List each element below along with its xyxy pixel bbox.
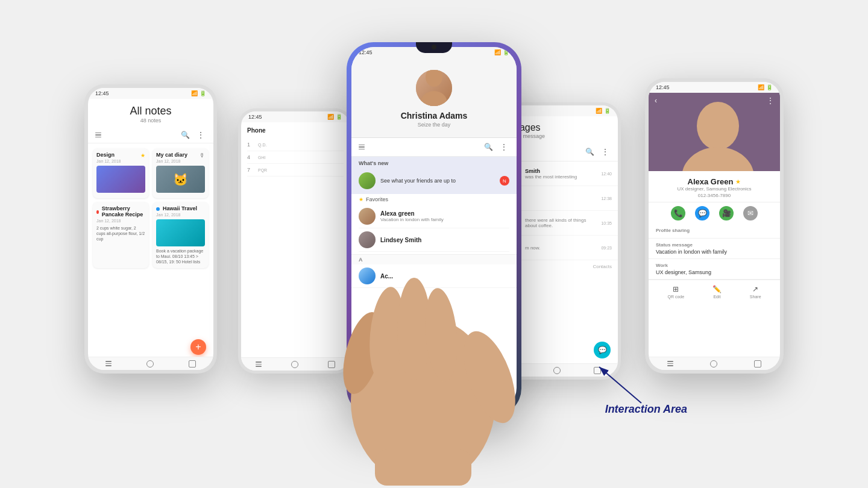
nav-menu-icon-center[interactable]: [376, 402, 382, 407]
contact-detail-info: Alexa Green ★ UX designer, Samsung Elect…: [649, 171, 780, 202]
nav-home-icon-dialer[interactable]: [291, 361, 298, 368]
center-fab-button[interactable]: +: [490, 375, 508, 393]
share-icon: ↗: [752, 285, 758, 293]
lindsey-info: Lindsey Smith: [380, 237, 509, 243]
whats-new-section: What's new See what your friends are up …: [351, 157, 517, 194]
search-icon-messages[interactable]: 🔍: [584, 146, 595, 157]
alexa-subtitle: Vacation in london with family: [380, 217, 509, 222]
alexa-name: Alexa green: [380, 210, 509, 217]
status-bar-dialer: 12:45 📶 🔋: [241, 111, 350, 122]
contact-row-ac[interactable]: Ac...: [351, 264, 517, 288]
contact-detail-header: ‹ ⋮: [649, 93, 780, 171]
whats-new-item[interactable]: See what your friends are up to N: [359, 170, 509, 192]
whats-new-avatar: [359, 172, 376, 189]
favorites-title: ★ Favorites: [359, 196, 509, 202]
message-time-smith: 12:40: [601, 172, 612, 176]
contact-detail-toolbar: ‹ ⋮: [649, 96, 780, 105]
status-message-label: Status message: [656, 242, 773, 248]
nav-menu-icon[interactable]: [105, 361, 112, 366]
note-img-design: [96, 166, 145, 193]
speed-dial-item-4[interactable]: 4 GHI: [247, 151, 344, 164]
nav-home-icon-msg[interactable]: [553, 367, 561, 374]
message-button[interactable]: 💬: [695, 206, 709, 221]
note-date-cat: Jan 12, 2018: [156, 159, 205, 163]
nav-back-icon-center[interactable]: [485, 401, 492, 408]
nav-back-icon-detail[interactable]: [754, 360, 761, 368]
lindsey-avatar: [359, 231, 376, 248]
share-button[interactable]: ↗ Share: [750, 285, 761, 299]
message-text-3: there were all kinds of things about cof…: [525, 217, 596, 228]
note-title-hawaii: Hawaii Travel: [163, 205, 197, 211]
note-card-pancake[interactable]: Strawberry Pancake Recipe Jan 12, 2018 2…: [93, 202, 149, 268]
more-icon-center[interactable]: ⋮: [498, 142, 509, 152]
center-screen: 12:45 📶 🔋 Christina Adams Sei: [351, 47, 517, 411]
message-chat-btn[interactable]: 💬: [594, 342, 611, 358]
nav-back-icon-dialer[interactable]: [328, 361, 335, 368]
note-date-hawaii: Jan 12, 2018: [156, 213, 205, 217]
edit-button[interactable]: ✏️ Edit: [712, 285, 722, 299]
time-dialer: 12:45: [248, 114, 262, 120]
nav-home-icon-detail[interactable]: [710, 360, 717, 368]
signal-icons-notes: 📶 🔋: [191, 90, 206, 96]
menu-icon-center[interactable]: [359, 145, 365, 150]
note-title-pancake: Strawberry Pancake Recipe: [102, 205, 145, 217]
contact-row-lindsey[interactable]: Lindsey Smith: [359, 228, 509, 252]
phone-contact-detail: 12:45 📶 🔋 ‹ ⋮: [645, 78, 784, 374]
scene: 12:45 📶 🔋 All notes 48 notes 🔍 ⋮: [0, 0, 868, 488]
more-icon-notes[interactable]: ⋮: [195, 130, 206, 140]
contact-row-alexa[interactable]: Alexa green Vacation in london with fami…: [359, 205, 509, 228]
section-letter-a: A: [351, 255, 517, 264]
phone-center: 12:45 📶 🔋 Christina Adams Sei: [347, 42, 521, 416]
nav-menu-icon-dialer[interactable]: [256, 361, 262, 367]
message-time-2: 12:38: [601, 196, 612, 201]
profile-sharing-section: Profile sharing: [649, 224, 780, 239]
bottom-nav-dialer: [241, 357, 350, 371]
speed-dial-item-7[interactable]: 7 PQR: [247, 164, 344, 177]
more-icon-messages[interactable]: ⋮: [600, 146, 611, 157]
search-icon-center[interactable]: 🔍: [483, 142, 494, 152]
note-text-pancake: 2 cups white sugar, 2 cups all-purpose f…: [96, 225, 145, 242]
note-date-design: Jan 12, 2018: [96, 159, 145, 163]
signal-icons-dialer: 📶 🔋: [327, 114, 342, 120]
note-img-cat: 🐱: [156, 166, 205, 193]
time-center: 12:45: [359, 49, 373, 55]
dot-blue-icon: [156, 207, 160, 211]
video-button[interactable]: 🎥: [719, 206, 734, 221]
bottom-actions: ⊞ QR code ✏️ Edit ↗ Share: [649, 280, 780, 304]
nav-home-icon-center[interactable]: [430, 401, 437, 408]
message-info-3: there were all kinds of things about cof…: [525, 217, 596, 228]
notes-title: All notes: [95, 105, 206, 117]
notes-grid: Design ★ Jan 12, 2018 My cat diary 🎙: [88, 143, 213, 273]
nav-home-icon[interactable]: [146, 360, 154, 368]
note-card-hawaii[interactable]: Hawaii Travel Jan 12, 2018 Book a vacati…: [153, 202, 209, 268]
back-button[interactable]: ‹: [655, 96, 657, 105]
signal-icons-center: 📶 🔋: [494, 49, 509, 55]
notch: [416, 42, 452, 53]
whats-new-text: See what your friends are up to: [380, 178, 495, 184]
more-button-detail[interactable]: ⋮: [767, 96, 774, 105]
search-icon-notes[interactable]: 🔍: [180, 130, 190, 140]
mail-button[interactable]: ✉: [743, 206, 758, 221]
ac-name: Ac...: [380, 273, 509, 280]
nav-back-icon[interactable]: [189, 360, 196, 368]
signal-icons-messages: 📶 🔋: [596, 108, 611, 114]
notes-fab-button[interactable]: +: [190, 339, 206, 355]
contact-status: Seize the day: [361, 122, 507, 128]
status-message-section: Status message Vacation in london with f…: [649, 239, 780, 259]
contact-name: Christina Adams: [361, 111, 507, 120]
notes-count: 48 notes: [95, 117, 206, 124]
note-card-cat[interactable]: My cat diary 🎙 Jan 12, 2018 🐱: [153, 148, 209, 198]
menu-icon[interactable]: [95, 133, 101, 138]
message-text-smith: was the most interesting: [525, 174, 596, 180]
contact-avatar: [416, 70, 452, 106]
speed-dial-item-1[interactable]: 1 Q.D.: [247, 139, 344, 151]
call-button[interactable]: 📞: [671, 206, 685, 221]
note-text-hawaii: Book a vacation package to Maui. 08/10 1…: [156, 248, 205, 264]
qr-code-button[interactable]: ⊞ QR code: [667, 285, 684, 299]
notes-toolbar: 🔍 ⋮: [88, 127, 213, 143]
note-card-design[interactable]: Design ★ Jan 12, 2018: [93, 148, 149, 198]
notification-badge: N: [500, 176, 509, 186]
alexa-avatar: [359, 208, 376, 225]
contacts-toolbar: 🔍 ⋮: [351, 138, 517, 157]
qr-code-label: QR code: [667, 295, 684, 299]
